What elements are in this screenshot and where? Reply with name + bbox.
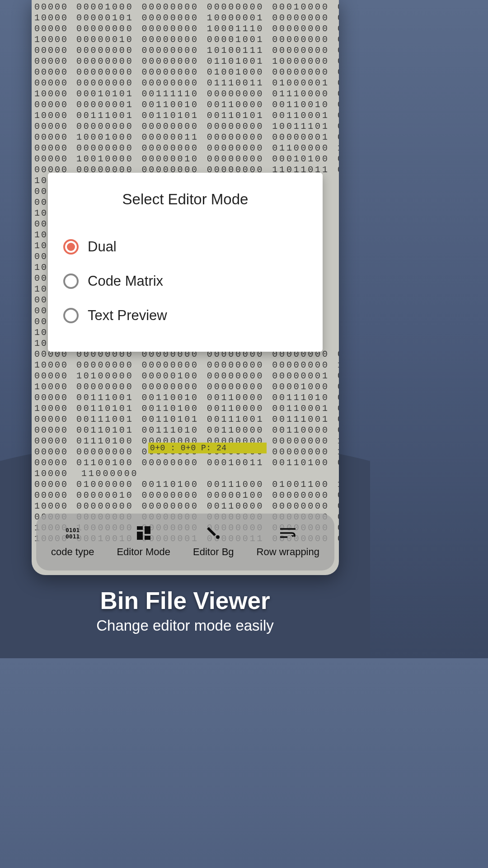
paint-icon (205, 526, 221, 540)
svg-rect-2 (137, 526, 143, 530)
nav-row-wrapping[interactable]: Row wrapping (257, 526, 319, 558)
svg-point-6 (216, 535, 220, 539)
svg-text:0101: 0101 (66, 527, 80, 533)
radio-option-code-matrix[interactable]: Code Matrix (63, 264, 307, 298)
radio-icon (63, 308, 79, 323)
radio-icon (63, 239, 79, 255)
nav-label: Editor Bg (193, 546, 234, 558)
promo-subtitle: Change editor mode easily (0, 617, 370, 634)
nav-label: code type (51, 546, 94, 558)
svg-rect-5 (145, 536, 150, 540)
binary-icon: 01010011 (65, 526, 81, 540)
grid-icon (136, 526, 152, 540)
radio-label: Dual (88, 239, 117, 255)
radio-label: Code Matrix (88, 273, 163, 289)
status-line-highlight: 0+0 : 0+0 P: 24 (148, 443, 267, 453)
nav-editor-bg[interactable]: Editor Bg (193, 526, 234, 558)
nav-code-type[interactable]: 01010011 code type (51, 526, 94, 558)
svg-rect-3 (145, 526, 150, 534)
nav-editor-mode[interactable]: Editor Mode (117, 526, 170, 558)
radio-option-dual[interactable]: Dual (63, 230, 307, 264)
dialog-title: Select Editor Mode (63, 191, 307, 208)
radio-icon (63, 274, 79, 289)
nav-label: Row wrapping (257, 546, 319, 558)
nav-label: Editor Mode (117, 546, 170, 558)
device-frame: 0000000001000000000000000000000010000000… (32, 0, 339, 575)
svg-rect-4 (137, 532, 143, 540)
promo-text: Bin File Viewer Change editor mode easil… (0, 587, 370, 634)
radio-label: Text Preview (88, 307, 167, 324)
radio-option-text-preview[interactable]: Text Preview (63, 298, 307, 333)
editor-mode-dialog: Select Editor Mode Dual Code Matrix Text… (48, 173, 323, 352)
svg-text:0011: 0011 (66, 533, 80, 539)
wrap-icon (280, 526, 296, 540)
bottom-toolbar: 01010011 code type Editor Mode Editor Bg… (36, 514, 334, 571)
promo-title: Bin File Viewer (0, 587, 370, 614)
